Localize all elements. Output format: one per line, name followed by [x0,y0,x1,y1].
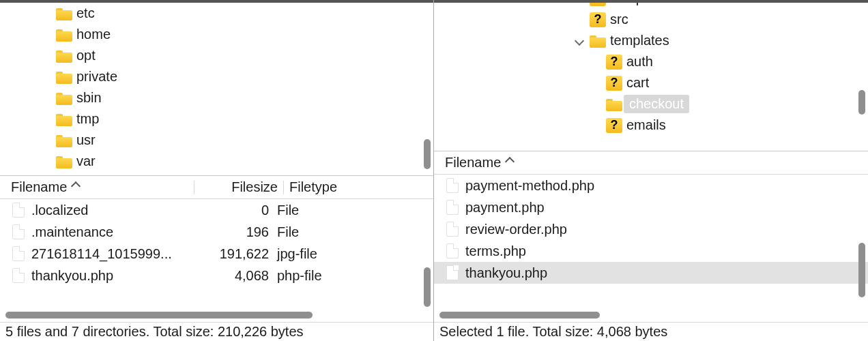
list-scrollbar-thumb[interactable] [424,267,431,307]
sort-ascending-icon [505,158,515,168]
local-status-bar: 5 files and 7 directories. Total size: 2… [0,322,433,341]
file-row[interactable]: .maintenance196File [0,221,433,243]
tree-item[interactable]: checkout [434,93,868,115]
tree-item[interactable]: src [434,9,868,30]
tree-item-label: sbin [72,90,102,106]
column-label: Filetype [289,179,337,195]
local-directory-tree[interactable]: etchomeoptprivatesbintmpusrvar [0,0,433,176]
folder-icon [56,70,72,84]
tree-item[interactable]: private [0,66,433,87]
folder-icon [56,49,72,63]
file-row[interactable]: 271618114_1015999...191,622jpg-file [0,243,433,265]
status-text: Selected 1 file. Total size: 4,068 bytes [439,324,667,340]
column-header-filetype[interactable]: Filetype [284,179,407,195]
tree-item-label: private [72,69,117,85]
file-size: 196 [184,224,273,240]
folder-icon [56,113,72,126]
file-row[interactable]: thankyou.php4,068php-file [0,265,433,286]
unknown-folder-icon [590,12,606,27]
tree-item[interactable]: auth [434,51,868,72]
file-row[interactable]: .localized0File [0,199,433,221]
file-list-header: Filename Filesize Filetype [0,176,433,199]
tree-item[interactable]: opt [0,45,433,66]
tree-item-label: opt [72,48,96,63]
file-row[interactable]: thankyou.php [434,262,868,284]
tree-item-label: etc [72,5,95,21]
remote-file-list: Filename payment-method.phppayment.phpre… [434,151,868,341]
file-name: 271618114_1015999... [31,246,172,262]
unknown-folder-icon [606,55,622,70]
file-icon [12,268,25,283]
tree-scrollbar-thumb[interactable] [858,90,865,115]
file-icon [446,200,459,215]
tree-item-label: emails [622,117,666,133]
tree-item[interactable]: cart [434,72,868,93]
file-row[interactable]: payment-method.php [434,175,868,196]
folder-icon [56,7,72,20]
tree-item[interactable]: emails [434,115,868,136]
tree-item-label: auth [622,54,653,70]
sort-ascending-icon [71,183,81,192]
tree-item[interactable]: sbin [0,87,433,108]
file-icon [446,222,459,237]
remote-directory-tree[interactable]: sample-datasrctemplatesauthcartcheckoute… [434,0,868,151]
tree-item[interactable]: usr [0,130,433,151]
tree-item-label: var [72,153,96,169]
file-icon [12,246,25,261]
file-type: jpg-file [273,246,396,262]
tree-item-label: sample-data [606,0,685,6]
tree-item-label: usr [72,132,96,148]
list-scrollbar-thumb[interactable] [858,243,865,297]
column-header-filename[interactable]: Filename [5,179,194,195]
tree-item[interactable]: templates [434,30,868,51]
file-size: 4,068 [184,268,273,284]
horizontal-scrollbar[interactable] [5,310,428,321]
local-pane: etchomeoptprivatesbintmpusrvar Filename … [0,0,434,341]
file-row[interactable]: review-order.php [434,218,868,240]
file-type: File [273,224,396,240]
remote-status-bar: Selected 1 file. Total size: 4,068 bytes [434,322,868,341]
tree-item-label: home [72,27,111,42]
unknown-folder-icon [606,118,622,133]
file-name: thankyou.php [465,265,547,281]
tree-item-label: templates [606,33,669,48]
column-label: Filename [445,155,501,170]
file-row[interactable]: terms.php [434,240,868,262]
file-rows: .localized0File.maintenance196File271618… [0,199,433,310]
column-label: Filename [11,179,67,195]
file-name: payment.php [465,200,545,216]
tree-item[interactable]: sample-data [434,0,868,9]
file-name: payment-method.php [465,178,594,194]
remote-pane: sample-datasrctemplatesauthcartcheckoute… [434,0,868,341]
file-rows: payment-method.phppayment.phpreview-orde… [434,175,868,310]
tree-item-label: tmp [72,111,99,127]
file-type: File [273,203,396,218]
tree-item-label: cart [622,75,649,91]
file-icon [12,224,25,239]
file-row[interactable]: payment.php [434,196,868,218]
status-text: 5 files and 7 directories. Total size: 2… [5,324,304,340]
tree-item[interactable]: tmp [0,108,433,130]
tree-item[interactable]: home [0,24,433,45]
file-name: review-order.php [465,222,567,237]
column-header-filesize[interactable]: Filesize [194,179,283,195]
folder-icon [56,134,72,147]
file-icon [446,178,459,193]
unknown-folder-icon [590,0,606,6]
folder-icon [590,34,606,48]
tree-scrollbar-thumb[interactable] [424,139,431,169]
file-name: thankyou.php [31,268,113,284]
unknown-folder-icon [606,76,622,91]
column-header-filename[interactable]: Filename [439,155,868,170]
folder-icon [56,91,72,105]
file-name: terms.php [465,243,526,259]
chevron-down-icon[interactable] [575,36,584,46]
folder-icon [56,155,72,168]
file-icon [446,243,459,258]
horizontal-scrollbar[interactable] [439,310,863,321]
folder-icon [56,28,72,42]
file-name: .maintenance [31,224,113,240]
tree-item[interactable]: var [0,151,433,172]
tree-item[interactable]: etc [0,3,433,24]
file-name: .localized [31,203,88,218]
